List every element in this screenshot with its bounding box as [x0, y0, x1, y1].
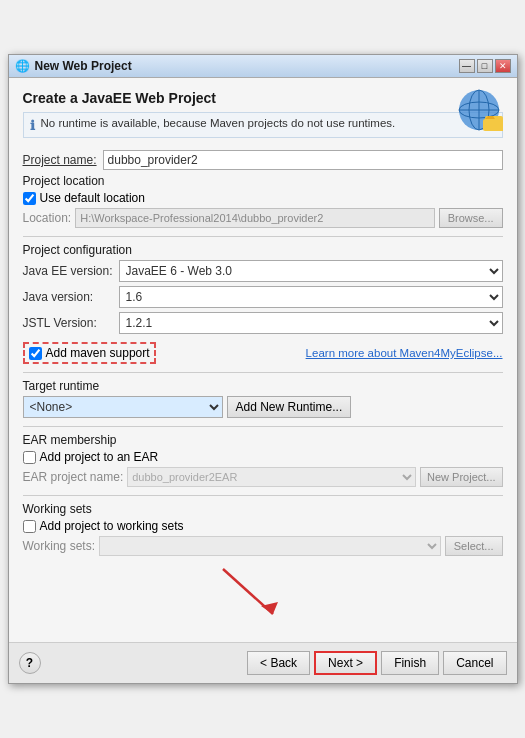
add-ear-row: Add project to an EAR: [23, 450, 503, 464]
footer-left: ?: [19, 652, 41, 674]
maven-checkbox-area: Add maven support: [23, 342, 156, 364]
help-button[interactable]: ?: [19, 652, 41, 674]
java-ee-label: Java EE version:: [23, 264, 115, 278]
use-default-location-label: Use default location: [40, 191, 145, 205]
select-button: Select...: [445, 536, 503, 556]
project-name-section: Project name:: [23, 150, 503, 170]
dialog-content: Create a JavaEE Web Project ℹ No r: [9, 78, 517, 642]
new-project-button: New Project...: [420, 467, 502, 487]
project-config-section: Project configuration Java EE version: J…: [23, 243, 503, 334]
runtime-row: <None> Add New Runtime...: [23, 396, 503, 418]
cancel-button[interactable]: Cancel: [443, 651, 506, 675]
maximize-button[interactable]: □: [477, 59, 493, 73]
svg-rect-6: [483, 119, 503, 131]
window-title: New Web Project: [35, 59, 132, 73]
project-location-label: Project location: [23, 174, 503, 188]
info-message-row: ℹ No runtime is available, because Maven…: [23, 112, 503, 138]
jstl-version-row: JSTL Version: 1.2.1: [23, 312, 503, 334]
page-title: Create a JavaEE Web Project: [23, 90, 503, 106]
info-message: No runtime is available, because Maven p…: [41, 117, 396, 129]
use-default-location-row: Use default location: [23, 191, 503, 205]
close-button[interactable]: ✕: [495, 59, 511, 73]
project-location-section: Project location Use default location Lo…: [23, 174, 503, 228]
location-input: [75, 208, 434, 228]
project-config-label: Project configuration: [23, 243, 503, 257]
window-icon: 🌐: [15, 59, 30, 73]
browse-button[interactable]: Browse...: [439, 208, 503, 228]
working-sets-field-label: Working sets:: [23, 539, 95, 553]
project-name-input[interactable]: [103, 150, 503, 170]
target-runtime-section: Target runtime <None> Add New Runtime...: [23, 379, 503, 418]
add-maven-label: Add maven support: [46, 346, 150, 360]
java-ee-row: Java EE version: JavaEE 6 - Web 3.0: [23, 260, 503, 282]
java-version-select[interactable]: 1.6: [119, 286, 503, 308]
java-ee-select[interactable]: JavaEE 6 - Web 3.0: [119, 260, 503, 282]
footer-buttons: < Back Next > Finish Cancel: [247, 651, 506, 675]
title-bar-left: 🌐 New Web Project: [15, 59, 132, 73]
title-controls: — □ ✕: [459, 59, 511, 73]
java-version-row: Java version: 1.6: [23, 286, 503, 308]
add-working-sets-label: Add project to working sets: [40, 519, 184, 533]
add-ear-checkbox[interactable]: [23, 451, 36, 464]
runtime-select[interactable]: <None>: [23, 396, 223, 418]
working-sets-select: [99, 536, 441, 556]
info-icon: ℹ: [30, 118, 35, 133]
add-working-sets-row: Add project to working sets: [23, 519, 503, 533]
dialog-window: 🌐 New Web Project — □ ✕ Create a JavaEE …: [8, 54, 518, 684]
ear-membership-label: EAR membership: [23, 433, 503, 447]
world-icon: [455, 86, 503, 134]
red-arrow-svg: [203, 564, 323, 624]
dialog-footer: ? < Back Next > Finish Cancel: [9, 642, 517, 683]
add-maven-checkbox[interactable]: [29, 347, 42, 360]
target-runtime-label: Target runtime: [23, 379, 503, 393]
location-row: Location: Browse...: [23, 208, 503, 228]
working-sets-row: Working sets: Select...: [23, 536, 503, 556]
arrow-annotation: [23, 564, 503, 624]
java-version-label: Java version:: [23, 290, 115, 304]
next-button[interactable]: Next >: [314, 651, 377, 675]
working-sets-label: Working sets: [23, 502, 503, 516]
add-runtime-button[interactable]: Add New Runtime...: [227, 396, 352, 418]
title-bar: 🌐 New Web Project — □ ✕: [9, 55, 517, 78]
add-working-sets-checkbox[interactable]: [23, 520, 36, 533]
add-ear-label: Add project to an EAR: [40, 450, 159, 464]
ear-project-select: dubbo_provider2EAR: [127, 467, 416, 487]
maven-link[interactable]: Learn more about Maven4MyEclipse...: [306, 347, 503, 359]
ear-membership-section: EAR membership Add project to an EAR EAR…: [23, 433, 503, 487]
finish-button[interactable]: Finish: [381, 651, 439, 675]
use-default-location-checkbox[interactable]: [23, 192, 36, 205]
working-sets-section: Working sets Add project to working sets…: [23, 502, 503, 556]
jstl-label: JSTL Version:: [23, 316, 115, 330]
project-name-label: Project name:: [23, 153, 97, 167]
jstl-select[interactable]: 1.2.1: [119, 312, 503, 334]
ear-name-row: EAR project name: dubbo_provider2EAR New…: [23, 467, 503, 487]
location-label: Location:: [23, 211, 72, 225]
maven-row: Add maven support Learn more about Maven…: [23, 342, 503, 364]
minimize-button[interactable]: —: [459, 59, 475, 73]
ear-project-label: EAR project name:: [23, 470, 124, 484]
back-button[interactable]: < Back: [247, 651, 310, 675]
